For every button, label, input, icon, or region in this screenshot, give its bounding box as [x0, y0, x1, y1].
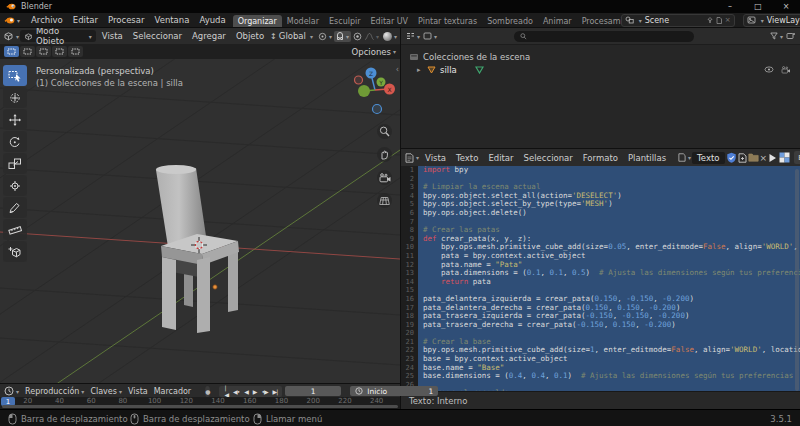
code-line-text[interactable]: [418, 381, 800, 390]
menu-ventana[interactable]: Ventana: [150, 15, 195, 25]
checker-toggle-icon[interactable]: [778, 151, 791, 164]
previous-keyframe-button[interactable]: ◀•: [231, 388, 241, 395]
menu-editar[interactable]: Editar: [68, 15, 103, 25]
minimize-button[interactable]: –: [716, 0, 744, 13]
select-box-tool-button[interactable]: [3, 65, 27, 86]
code-line-text[interactable]: pata = bpy.context.active_object: [418, 252, 800, 261]
code-line-text[interactable]: pata.name = "Pata": [418, 261, 800, 270]
code-line-text[interactable]: [418, 286, 800, 295]
disable-render-camera-icon[interactable]: [781, 66, 791, 74]
register-shield-icon[interactable]: [726, 151, 737, 164]
cursor-tool-button[interactable]: [3, 87, 27, 108]
timeline-menu-claves[interactable]: Claves▾: [87, 387, 125, 396]
workspace-tab-modelar[interactable]: Modelar: [282, 15, 324, 27]
code-line-text[interactable]: bpy.ops.mesh.primitive_cube_add(size=0.0…: [418, 243, 800, 252]
play-button[interactable]: ▶: [251, 388, 259, 395]
code-line-text[interactable]: base.dimensions = (0.4, 0.4, 0.1) # Ajus…: [418, 372, 800, 381]
code-line-text[interactable]: [418, 175, 800, 184]
new-collection-icon[interactable]: [786, 32, 795, 40]
workspace-tab-sombreado[interactable]: Sombreado: [482, 15, 538, 27]
hide-eye-icon[interactable]: [764, 66, 774, 74]
menu-ayuda[interactable]: Ayuda: [194, 15, 230, 25]
jump-to-end-button[interactable]: ▶|: [271, 388, 280, 395]
code-line-text[interactable]: [418, 218, 800, 227]
code-line-text[interactable]: pata_trasera_izquierda = crear_pata(-0.1…: [418, 312, 800, 321]
gizmo-y-ball[interactable]: [358, 85, 370, 97]
editor-type-icon[interactable]: ▾: [3, 31, 19, 41]
select-set-button[interactable]: [4, 46, 19, 57]
code-line-text[interactable]: [418, 329, 800, 338]
e-badge-icon[interactable]: E: [794, 151, 800, 164]
close-button[interactable]: ×: [772, 0, 800, 13]
workspace-tab-pintar-texturas[interactable]: Pintar texturas: [413, 15, 482, 27]
select-extend-button[interactable]: [20, 46, 35, 57]
code-line-text[interactable]: bpy.ops.mesh.primitive_cube_add(size=1, …: [418, 346, 800, 355]
expand-arrow-icon[interactable]: ▸: [417, 66, 423, 74]
code-line-text[interactable]: return pata: [418, 278, 800, 287]
snap-magnet-icon[interactable]: ▾: [334, 31, 351, 42]
current-frame-field[interactable]: 1: [285, 386, 341, 396]
transform-tool-button[interactable]: [3, 175, 27, 196]
display-mode-icon[interactable]: ▾: [406, 32, 420, 40]
rotate-tool-button[interactable]: [3, 131, 27, 152]
gizmo-neg-x-ball[interactable]: [355, 76, 363, 84]
workspace-tab-procesamiento[interactable]: Procesamiento: [577, 15, 621, 27]
scene-selector[interactable]: ▾ Scene ×: [621, 14, 735, 27]
code-line-text[interactable]: bpy.ops.object.select_all(action='DESELE…: [418, 192, 800, 201]
text-menu-texto[interactable]: Texto: [451, 153, 483, 163]
maximize-button[interactable]: □: [744, 0, 772, 13]
viewport-menu-seleccionar[interactable]: Seleccionar: [128, 31, 187, 41]
proportional-editing-icon[interactable]: [353, 32, 362, 41]
text-menu-seleccionar[interactable]: Seleccionar: [519, 153, 578, 163]
gizmo-neg-z-ball[interactable]: [373, 105, 382, 114]
outliner-row-silla[interactable]: ▸ silla: [401, 63, 800, 76]
jump-to-start-button[interactable]: |◀: [222, 384, 230, 398]
new-text-icon[interactable]: [738, 151, 747, 164]
code-line-text[interactable]: bpy.ops.object.delete(): [418, 209, 800, 218]
code-line-text[interactable]: pata.dimensions = (0.1, 0.1, 0.5) # Ajus…: [418, 269, 800, 278]
viewlayer-selector[interactable]: ▾ ViewLayer ×: [743, 14, 800, 27]
unlink-text-icon[interactable]: ×: [760, 151, 768, 164]
timeline-scrollbar[interactable]: [2, 405, 398, 408]
code-line-text[interactable]: pata_delantera_izquierda = crear_pata(0.…: [418, 295, 800, 304]
text-menu-editar[interactable]: Editar: [483, 153, 518, 163]
code-area[interactable]: 1import bpy23# Limpiar la escena actual4…: [401, 166, 800, 392]
open-folder-icon[interactable]: [748, 151, 759, 164]
workspace-tab-organizar[interactable]: Organizar: [233, 15, 282, 27]
record-button[interactable]: ●: [205, 386, 210, 397]
code-line-text[interactable]: pata_delantera_derecha = crear_pata(0.15…: [418, 304, 800, 313]
text-menu-formato[interactable]: Formato: [578, 153, 623, 163]
code-line-text[interactable]: # Limpiar la escena actual: [418, 183, 800, 192]
select-invert-button[interactable]: [52, 46, 67, 57]
play-reverse-button[interactable]: ◀: [242, 388, 250, 395]
timeline-menu-reproduccion[interactable]: Reproducción▾: [22, 387, 87, 396]
pan-nav-button[interactable]: [377, 147, 392, 162]
workspace-tab-editar-uv[interactable]: Editar UV: [366, 15, 414, 27]
sidebar-collapse-arrow-icon[interactable]: ‹: [396, 65, 399, 74]
code-line-text[interactable]: # Crear las patas: [418, 226, 800, 235]
blender-menu-button[interactable]: ▾: [0, 16, 24, 25]
viewport-menu-objeto[interactable]: Objeto: [231, 31, 269, 41]
navigation-gizmo[interactable]: Z Y X: [354, 63, 396, 121]
workspace-tab-esculpir[interactable]: Esculpir: [324, 15, 366, 27]
timeline-ruler[interactable]: 1 20406080100120140160180200220240: [0, 397, 400, 409]
timeline-menu-vista[interactable]: Vista: [125, 387, 151, 396]
select-intersect-button[interactable]: [68, 46, 83, 57]
menu-archivo[interactable]: Archivo: [26, 15, 68, 25]
mode-selector[interactable]: Modo Objeto ▾: [20, 30, 96, 42]
timeline-menu-marcador[interactable]: Marcador: [151, 387, 194, 396]
viewport-menu-agregar[interactable]: Agregar: [187, 31, 231, 41]
code-line-text[interactable]: bpy.ops.object.select_by_type(type='MESH…: [418, 200, 800, 209]
text-editor-scrollbar[interactable]: [795, 169, 799, 391]
text-menu-plantillas[interactable]: Plantillas: [623, 153, 671, 163]
frame-start-field[interactable]: Inicio 1: [350, 386, 438, 396]
options-dropdown[interactable]: Opciones ▾: [352, 47, 396, 57]
3d-viewport[interactable]: ▾ Modo Objeto ▾ VistaSeleccionarAgregarO…: [0, 28, 400, 383]
editor-type-icon[interactable]: ▾: [405, 153, 419, 163]
select-subtract-button[interactable]: [36, 46, 51, 57]
code-line-text[interactable]: pata_trasera_derecha = crear_pata(-0.150…: [418, 321, 800, 330]
move-tool-button[interactable]: [3, 109, 27, 130]
viewport-menu-vista[interactable]: Vista: [97, 31, 128, 41]
falloff-curve-icon[interactable]: ▾: [364, 32, 379, 41]
orientation-label[interactable]: Global: [279, 31, 306, 41]
